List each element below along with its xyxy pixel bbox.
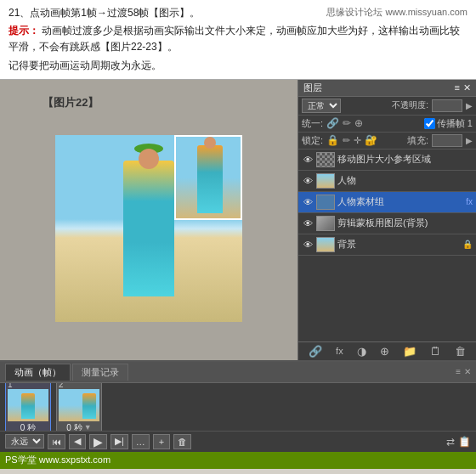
frame-delay-arrow-2[interactable]: ▼ [84,423,92,431]
tween-button[interactable]: … [132,434,150,449]
lock-icon2[interactable]: ✏ [343,135,350,146]
layer-item-0[interactable]: 👁 移动图片大小参考区域 [298,150,476,171]
opacity-arrow[interactable]: ▶ [466,101,473,110]
instruction-area: 21、点动画帧第1帧→过渡58帧【图示】。 思缘设计论坛 www.missyua… [0,0,476,80]
layer-item-4[interactable]: 👁 背景 🔒 [298,234,476,256]
animation-panel: 动画（帧） 测量记录 ≡ ✕ 1 0 秒 2 [0,360,476,452]
main-area: 【图片22】 图层 ≡ [0,80,476,360]
bottom-status-bar: PS学堂 www.sxpstxt.com [0,452,476,469]
lock-icon1[interactable]: 🔒 [326,134,339,146]
new-frame-button[interactable]: + [153,434,170,449]
layer-item-2[interactable]: 👁 人物素材组 fx [298,192,476,213]
propagate-checkbox[interactable] [424,118,435,129]
delete-frame-button[interactable]: 🗑 [173,434,191,449]
blend-mode-select[interactable]: 正常 [302,99,341,113]
opacity-input[interactable]: 100% [432,99,462,112]
layer-thumb-2 [316,195,335,210]
link-button[interactable]: 🔗 [307,345,324,358]
frame-thumb-2 [59,389,99,421]
small-photo [174,135,242,220]
small-figure [197,145,223,213]
fx-button[interactable]: fx [334,346,345,356]
layer-name-0: 移动图片大小参考区域 [337,153,473,166]
tab-animation-frames[interactable]: 动画（帧） [5,364,71,381]
layer-name-2: 人物素材组 [337,195,462,208]
eye-icon-3[interactable]: 👁 [302,217,314,229]
first-frame-button[interactable]: ⏮ [48,434,65,449]
frame-thumb-img-2 [59,389,99,421]
reminder-text: 记得要把动画运动周期改为永远。 [8,58,468,74]
fill-input[interactable]: 100% [432,134,462,147]
lock-icon4[interactable]: 🔐 [365,134,377,146]
tip-label: 提示： [8,25,39,37]
figure-head [139,149,159,169]
frame-delay-2: 0 秒 [66,422,82,431]
fill-label: 填充: [407,134,428,147]
lock-row: 锁定: 🔒 ✏ ✛ 🔐 填充: 100% ▶ [298,133,476,150]
prev-frame-button[interactable]: ◀ [69,434,86,449]
unify-label: 统一: [302,117,323,130]
frame-thumb-1 [8,389,48,421]
anim-panel-close[interactable]: ✕ [464,367,471,376]
layer-item-1[interactable]: 👁 人物 [298,171,476,192]
unify-row: 统一: 🔗 ✏ ⊕ 传播帧 1 [298,116,476,133]
new-layer-button[interactable]: 🗒 [428,345,443,358]
layers-panel-icons: ≡ ✕ [455,82,471,93]
lock-label: 锁定: [302,134,323,147]
fill-arrow[interactable]: ▶ [466,136,473,145]
layer-name-4: 背景 [337,238,460,251]
layers-bottom-bar: 🔗 fx ◑ ⊕ 📁 🗒 🗑 [298,341,476,360]
eye-icon-4[interactable]: 👁 [302,239,314,251]
layer-item-3[interactable]: 👁 剪辑蒙板用图层(背景) [298,213,476,234]
anim-panel-expand[interactable]: ≡ [456,367,461,376]
photo-collage [55,135,242,322]
lock-icon3[interactable]: ✛ [354,135,361,146]
frame-mini-fig-2 [82,393,96,419]
next-frame-button[interactable]: ▶| [110,434,128,449]
frame-delay-row-2: 0 秒 ▼ [66,421,91,431]
eye-icon-2[interactable]: 👁 [302,196,314,208]
pic-label: 【图片22】 [42,95,99,110]
panel-menu-icon[interactable]: ≡ [455,82,460,93]
panel-close-icon[interactable]: ✕ [463,82,471,93]
new-group-button[interactable]: 📁 [401,345,418,358]
layer-thumb-1 [316,173,335,189]
canvas-area: 【图片22】 [0,80,298,360]
delete-layer-button[interactable]: 🗑 [453,345,468,358]
layer-thumb-4 [316,237,335,252]
layer-name-1: 人物 [337,174,473,187]
site-watermark: 思缘设计论坛 www.missyuan.com [326,5,468,21]
propagate-label: 传播帧 1 [437,117,473,130]
blend-opacity-row: 正常 不透明度: 100% ▶ [298,97,476,116]
anim-right-controls: ⇄ 📋 [195,436,471,448]
anim-icon1[interactable]: ⇄ [446,436,455,448]
frame-thumb-img-1 [8,389,48,421]
layer-thumb-3 [316,216,335,231]
animation-titlebar: 动画（帧） 测量记录 ≡ ✕ [0,362,476,383]
animation-controls: 永远 ⏮ ◀ ▶ ▶| … + 🗑 ⇄ 📋 [0,431,476,452]
anim-icon2[interactable]: 📋 [458,436,471,448]
propagate-check[interactable]: 传播帧 1 [424,117,473,130]
step-instruction: 21、点动画帧第1帧→过渡58帧【图示】。 [8,5,320,21]
animation-frames-area[interactable]: 1 0 秒 2 0 秒 ▼ [0,383,476,431]
new-adjustment-button[interactable]: ⊕ [378,345,391,358]
frame-item-2[interactable]: 2 0 秒 ▼ [56,383,102,431]
bottom-left-text: PS学堂 www.sxpstxt.com [5,454,110,466]
layers-title: 图层 [303,82,322,94]
tip-content: 动画帧过渡多少是根据动画实际输出文件大小来定，动画帧应加大些为好，这样输出动画比… [8,25,460,53]
layer-thumb-0 [316,152,335,167]
new-fill-button[interactable]: ◑ [355,345,368,358]
frame-num-1: 1 [8,383,13,389]
tab-measurement-log[interactable]: 测量记录 [72,364,128,381]
eye-icon-1[interactable]: 👁 [302,175,314,187]
layer-name-3: 剪辑蒙板用图层(背景) [337,217,473,229]
frame-item-1[interactable]: 1 0 秒 [5,383,51,431]
play-button[interactable]: ▶ [89,434,107,449]
frame-delay-1: 0 秒 [20,422,36,431]
unify-icon2[interactable]: ✏ [343,117,351,129]
unify-icon3[interactable]: ⊕ [354,117,363,129]
loop-select[interactable]: 永远 [5,434,44,449]
unify-icon1[interactable]: 🔗 [326,117,339,129]
anim-panel-icons: ≡ ✕ [456,367,471,376]
eye-icon-0[interactable]: 👁 [302,154,314,166]
